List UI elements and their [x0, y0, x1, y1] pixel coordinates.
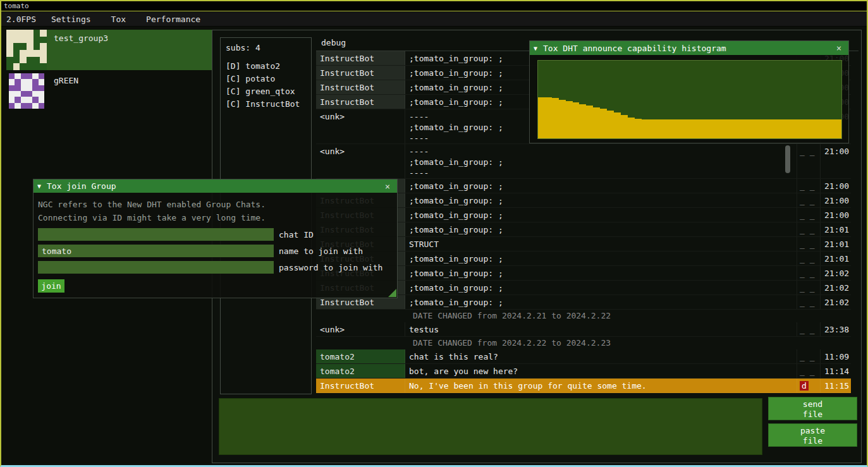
join-description-line2: Connecting via ID might take a very long…	[38, 211, 393, 224]
tab-debug[interactable]: debug	[321, 38, 346, 47]
chat-row[interactable]: tomato2bot, are you new here?_ _11:14	[316, 364, 851, 379]
chat-cell-flags: _ _	[797, 295, 820, 309]
chat-cell-flags: _ _	[797, 266, 820, 280]
histogram-bar	[786, 119, 793, 138]
chat-cell-flags: _ _	[797, 281, 820, 294]
delivered-flag-badge: d	[800, 381, 809, 391]
chat-cell-flags: _ _	[797, 144, 820, 178]
histogram-bar	[538, 97, 545, 138]
chat-row[interactable]: <unk>testus_ _23:38	[316, 322, 851, 337]
chat-cell-time: 21:00	[820, 208, 851, 222]
histogram-bar	[745, 119, 752, 138]
member-item[interactable]: [C] potato	[226, 73, 306, 85]
histogram-bar	[635, 119, 642, 138]
histogram-bar	[552, 98, 559, 138]
chat-cell-time: 21:01	[820, 252, 851, 265]
group-avatar[interactable]	[9, 73, 44, 109]
histogram-window-title: Tox DHT announce capability histogram	[543, 44, 726, 53]
histogram-bar	[669, 119, 676, 138]
histogram-bar	[711, 119, 718, 138]
close-icon[interactable]: ×	[833, 43, 845, 53]
chat-row[interactable]: InstructBotNo, I've been in this group f…	[316, 379, 851, 393]
chat-cell-text: chat is this real?	[405, 349, 797, 363]
histogram-bar	[559, 100, 566, 139]
histogram-plot	[537, 60, 842, 139]
histogram-bar	[600, 109, 607, 138]
chat-cell-text: No, I've been in this group for quite so…	[405, 379, 797, 392]
histogram-bar	[676, 119, 683, 138]
members-header: subs: 4	[226, 43, 306, 52]
join-group-window-titlebar[interactable]: ▼ Tox join Group ×	[34, 179, 397, 193]
member-item[interactable]: [D] tomato2	[226, 60, 306, 73]
join-input-2[interactable]	[38, 261, 274, 274]
collapse-icon[interactable]: ▼	[534, 45, 537, 52]
histogram-bar	[566, 101, 573, 138]
chat-cell-flags: _ _	[797, 349, 820, 363]
chat-cell-text: STRUCT	[405, 237, 797, 251]
histogram-bar	[683, 119, 690, 138]
chat-cell-flags: _ _	[797, 193, 820, 207]
join-input-0[interactable]	[38, 228, 274, 241]
menu-item-performance[interactable]: Performance	[138, 15, 208, 24]
chat-cell-text: ;tomato_in_group: ;	[405, 295, 797, 309]
resize-grip-icon[interactable]	[388, 289, 396, 297]
chat-cell-text: ;tomato_in_group: ;	[405, 222, 797, 236]
histogram-bar	[752, 119, 759, 138]
close-icon[interactable]: ×	[382, 181, 393, 191]
menu-item-tox[interactable]: Tox	[104, 15, 133, 24]
message-input[interactable]	[219, 398, 762, 455]
join-field-label: chat ID	[279, 230, 314, 240]
paste-file-button[interactable]: paste file	[768, 423, 857, 447]
window-title: tomato	[4, 2, 29, 10]
chat-cell-time: 21:01	[820, 222, 851, 236]
chat-cell-flags: _ _	[797, 252, 820, 265]
chat-cell-time: 11:15	[820, 379, 851, 392]
chat-scrollbar-thumb[interactable]	[785, 145, 790, 173]
join-group-window-title: Tox join Group	[47, 181, 116, 191]
histogram-bar	[731, 119, 738, 138]
chat-cell-text: ---- ;tomato_in_group: ; ----	[405, 144, 797, 178]
member-item[interactable]: [C] InstructBot	[226, 98, 306, 111]
histogram-bar	[738, 119, 745, 138]
histogram-bar	[697, 119, 704, 138]
join-input-1[interactable]	[38, 245, 274, 257]
chat-cell-flags: _ _	[797, 364, 820, 378]
chat-cell-name: <unk>	[316, 144, 405, 178]
chat-row[interactable]: <unk>---- ;tomato_in_group: ; ----_ _21:…	[316, 144, 851, 179]
join-field-row: name to join with	[38, 245, 393, 257]
join-group-window-body: NGC refers to the New DHT enabled Group …	[34, 193, 397, 298]
chat-cell-name: <unk>	[316, 109, 405, 143]
send-file-button[interactable]: send file	[768, 397, 857, 420]
histogram-bar	[834, 119, 841, 138]
group-item-green[interactable]: gREEN	[54, 76, 78, 85]
window-titlebar[interactable]: tomato	[1, 1, 867, 11]
join-button[interactable]: join	[38, 279, 64, 293]
chat-cell-text: ;tomato_in_group: ;	[405, 281, 797, 294]
chat-cell-text: bot, are you new here?	[405, 364, 797, 378]
menu-bar: 2.0FPS SettingsToxPerformance	[1, 12, 867, 27]
histogram-bar	[614, 112, 621, 138]
chat-cell-flags: _ _	[797, 208, 820, 222]
histogram-bar	[586, 106, 593, 138]
histogram-bar	[545, 97, 552, 138]
histogram-bar	[773, 119, 779, 138]
chat-cell-text: ;tomato_in_group: ;	[405, 179, 797, 193]
menu-item-settings[interactable]: Settings	[44, 15, 99, 24]
histogram-window-titlebar[interactable]: ▼ Tox DHT announce capability histogram …	[530, 41, 848, 55]
fps-indicator: 2.0FPS	[1, 15, 44, 24]
date-separator: DATE CHANGED from 2024.2.21 to 2024.2.22	[316, 310, 851, 322]
group-avatar[interactable]	[6, 30, 47, 70]
chat-cell-name: InstructBot	[316, 95, 405, 109]
chat-cell-name: InstructBot	[316, 66, 405, 80]
chat-cell-flags: _ _	[797, 237, 820, 251]
chat-row[interactable]: tomato2chat is this real?_ _11:09	[316, 349, 851, 364]
chat-cell-name: InstructBot	[316, 51, 405, 65]
chat-cell-name: tomato2	[316, 349, 405, 363]
histogram-bar	[718, 119, 724, 138]
collapse-icon[interactable]: ▼	[37, 183, 41, 190]
histogram-bar	[766, 119, 773, 138]
member-item[interactable]: [C] green_qtox	[226, 85, 306, 98]
histogram-bar	[573, 102, 580, 138]
histogram-bar	[607, 111, 614, 138]
histogram-bar	[793, 119, 800, 138]
